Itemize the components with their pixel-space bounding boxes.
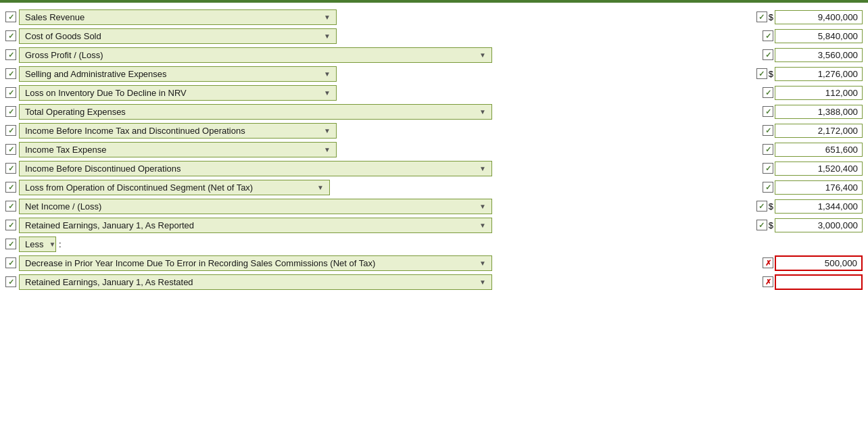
dropdown-income-tax[interactable]: Income Tax Expense ▼ xyxy=(19,142,337,157)
dropdown-decrease-prior[interactable]: Decrease in Prior Year Income Due To Err… xyxy=(19,255,492,271)
right-row-sales-revenue: $ xyxy=(673,8,863,26)
value-sales-revenue[interactable] xyxy=(775,10,863,24)
label-income-tax: Income Tax Expense xyxy=(25,145,106,155)
value-gross-profit[interactable] xyxy=(775,48,863,62)
left-panel: Sales Revenue ▼ Cost of Goods Sold ▼ Gro… xyxy=(0,8,500,292)
value-selling-admin[interactable] xyxy=(775,67,863,81)
row-loss-inventory: Loss on Inventory Due To Decline in NRV … xyxy=(5,84,500,101)
dropdown-less[interactable]: Less ▼ xyxy=(19,237,56,252)
page-container: Sales Revenue ▼ Cost of Goods Sold ▼ Gro… xyxy=(0,0,868,446)
row-loss-disc: Loss from Operation of Discontinued Segm… xyxy=(5,178,500,196)
cb-right-retained-restated[interactable] xyxy=(763,276,773,287)
right-row-less xyxy=(673,235,863,253)
value-loss-inventory[interactable] xyxy=(775,86,863,100)
dropdown-total-operating[interactable]: Total Operating Expenses ▼ xyxy=(19,104,492,120)
value-loss-disc[interactable] xyxy=(775,180,863,195)
cb-right-selling-admin[interactable] xyxy=(756,68,767,79)
dropdown-sales-revenue[interactable]: Sales Revenue ▼ xyxy=(19,9,337,25)
cb-right-gross-profit[interactable] xyxy=(763,49,773,60)
checkbox-decrease-prior[interactable] xyxy=(5,257,16,268)
checkbox-less[interactable] xyxy=(5,239,16,249)
cb-right-decrease-prior[interactable] xyxy=(763,257,773,268)
checkbox-retained-restated[interactable] xyxy=(5,276,16,287)
checkbox-cost-of-goods[interactable] xyxy=(5,30,16,41)
cb-right-sales-revenue[interactable] xyxy=(756,11,767,22)
dropdown-income-before-tax[interactable]: Income Before Income Tax and Discontinue… xyxy=(19,123,337,139)
arrow-total-operating: ▼ xyxy=(479,108,486,116)
dropdown-cost-of-goods[interactable]: Cost of Goods Sold ▼ xyxy=(19,28,337,44)
right-row-total-operating xyxy=(673,103,863,120)
row-retained-earnings: Retained Earnings, January 1, As Reporte… xyxy=(5,216,500,234)
value-total-operating[interactable] xyxy=(775,105,863,119)
dropdown-loss-disc[interactable]: Loss from Operation of Discontinued Segm… xyxy=(19,180,330,195)
value-income-before-disc[interactable] xyxy=(775,162,863,176)
row-selling-admin: Selling and Administrative Expenses ▼ xyxy=(5,65,500,82)
checkbox-total-operating[interactable] xyxy=(5,106,16,117)
label-total-operating: Total Operating Expenses xyxy=(25,107,126,117)
value-income-before-tax[interactable] xyxy=(775,124,863,138)
right-row-income-before-tax xyxy=(673,122,863,139)
value-income-tax[interactable] xyxy=(775,143,863,157)
checkbox-income-before-disc[interactable] xyxy=(5,163,16,174)
dropdown-gross-profit[interactable]: Gross Profit / (Loss) ▼ xyxy=(19,47,492,63)
dropdown-retained-restated[interactable]: Retained Earnings, January 1, As Restate… xyxy=(19,274,492,290)
arrow-income-before-disc: ▼ xyxy=(479,165,486,172)
cb-right-loss-inventory[interactable] xyxy=(763,87,773,98)
cb-right-cost-of-goods[interactable] xyxy=(763,30,773,41)
right-row-retained-restated xyxy=(673,273,863,291)
row-less: Less ▼ : xyxy=(5,235,500,253)
value-retained-restated[interactable] xyxy=(775,274,863,290)
cb-right-income-before-tax[interactable] xyxy=(763,125,773,136)
value-net-income[interactable] xyxy=(775,199,863,214)
arrow-retained-earnings: ▼ xyxy=(479,222,486,229)
checkbox-gross-profit[interactable] xyxy=(5,49,16,60)
row-income-before-tax: Income Before Income Tax and Discontinue… xyxy=(5,122,500,139)
cb-right-retained-earnings[interactable] xyxy=(756,220,767,230)
right-row-loss-disc xyxy=(673,178,863,196)
dropdown-net-income[interactable]: Net Income / (Loss) ▼ xyxy=(19,199,492,214)
right-row-selling-admin: $ xyxy=(673,65,863,82)
dropdown-selling-admin[interactable]: Selling and Administrative Expenses ▼ xyxy=(19,66,337,82)
right-row-income-tax xyxy=(673,141,863,158)
label-decrease-prior: Decrease in Prior Year Income Due To Err… xyxy=(25,258,375,268)
checkbox-sales-revenue[interactable] xyxy=(5,11,16,22)
checkbox-loss-disc[interactable] xyxy=(5,182,16,193)
dollar-net-income: $ xyxy=(769,201,773,212)
value-retained-earnings[interactable] xyxy=(775,218,863,232)
arrow-net-income: ▼ xyxy=(479,203,486,210)
checkbox-retained-earnings[interactable] xyxy=(5,220,16,230)
label-less: Less xyxy=(25,239,43,249)
checkbox-selling-admin[interactable] xyxy=(5,68,16,79)
cb-right-income-before-disc[interactable] xyxy=(763,163,773,174)
dropdown-retained-earnings[interactable]: Retained Earnings, January 1, As Reporte… xyxy=(19,218,492,233)
right-panel: $ $ xyxy=(500,8,868,292)
label-loss-disc: Loss from Operation of Discontinued Segm… xyxy=(25,182,253,193)
cb-right-net-income[interactable] xyxy=(756,201,767,212)
cb-right-loss-disc[interactable] xyxy=(763,182,773,193)
dropdown-loss-inventory[interactable]: Loss on Inventory Due To Decline in NRV … xyxy=(19,85,337,101)
label-selling-admin: Selling and Administrative Expenses xyxy=(25,69,167,79)
checkbox-net-income[interactable] xyxy=(5,201,16,212)
label-cost-of-goods: Cost of Goods Sold xyxy=(25,31,101,41)
right-row-retained-earnings: $ xyxy=(673,216,863,234)
checkbox-loss-inventory[interactable] xyxy=(5,87,16,98)
label-loss-inventory: Loss on Inventory Due To Decline in NRV xyxy=(25,88,187,98)
value-decrease-prior[interactable] xyxy=(775,255,863,271)
label-sales-revenue: Sales Revenue xyxy=(25,12,85,22)
row-decrease-prior: Decrease in Prior Year Income Due To Err… xyxy=(5,254,500,272)
label-income-before-disc: Income Before Discontinued Operations xyxy=(25,164,181,174)
right-row-gross-profit xyxy=(673,46,863,64)
row-sales-revenue: Sales Revenue ▼ xyxy=(5,8,500,26)
checkbox-income-before-tax[interactable] xyxy=(5,125,16,136)
row-total-operating: Total Operating Expenses ▼ xyxy=(5,103,500,120)
checkbox-income-tax[interactable] xyxy=(5,144,16,155)
cb-right-income-tax[interactable] xyxy=(763,144,773,155)
cb-right-total-operating[interactable] xyxy=(763,106,773,117)
arrow-loss-inventory: ▼ xyxy=(324,89,331,97)
dropdown-income-before-disc[interactable]: Income Before Discontinued Operations ▼ xyxy=(19,161,492,176)
arrow-less: ▼ xyxy=(49,241,55,248)
value-cost-of-goods[interactable] xyxy=(775,29,863,43)
dollar-retained-earnings: $ xyxy=(769,220,773,230)
label-net-income: Net Income / (Loss) xyxy=(25,201,101,212)
right-row-loss-inventory xyxy=(673,84,863,101)
